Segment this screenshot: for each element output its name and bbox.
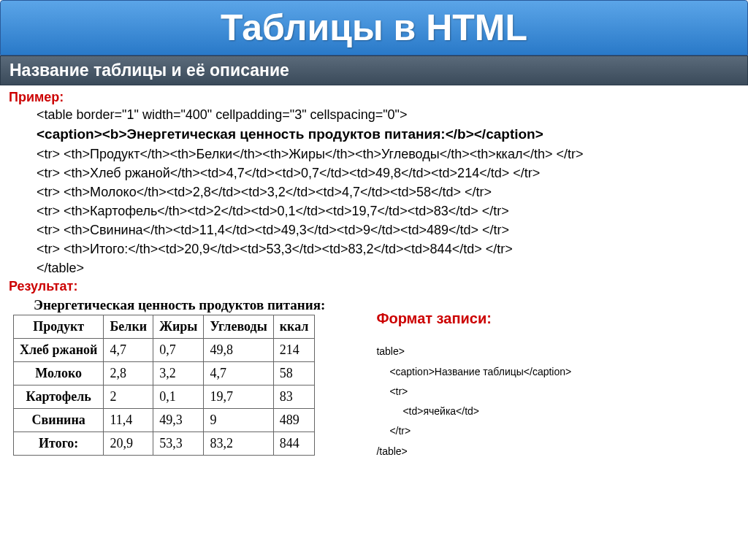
cell: 49,3 (153, 409, 204, 432)
col-header: ккал (273, 315, 315, 339)
cell: 58 (273, 362, 315, 386)
cell: 489 (273, 409, 315, 432)
code-line: <tr> <th>Картофель</th><td>2</td><td>0,1… (37, 202, 739, 220)
result-table: Продукт Белки Жиры Углеводы ккал Хлеб рж… (13, 315, 315, 456)
code-block: <table border="1" width="400" cellpaddin… (37, 105, 739, 277)
format-side: Формат записи: table> <caption>Название … (376, 297, 571, 461)
col-header: Продукт (14, 315, 104, 339)
cell: 19,7 (204, 386, 273, 409)
code-line: <tr> <th>Хлеб ржаной</th><td>4,7</td><td… (37, 164, 739, 183)
format-heading: Формат записи: (376, 310, 571, 327)
row-name: Итого: (14, 432, 104, 456)
cell: 2 (104, 386, 153, 409)
table-row: Свинина 11,4 49,3 9 489 (14, 409, 315, 432)
page-title: Таблицы в HTML (8, 7, 740, 49)
cell: 844 (273, 432, 315, 456)
table-header-row: Продукт Белки Жиры Углеводы ккал (14, 315, 315, 339)
format-line: </tr> (389, 421, 571, 441)
col-header: Углеводы (204, 315, 273, 339)
cell: 11,4 (104, 409, 153, 432)
row-name: Молоко (14, 362, 104, 386)
cell: 2,8 (104, 362, 153, 386)
cell: 214 (273, 339, 315, 362)
format-line: table> (376, 342, 571, 361)
row-name: Хлеб ржаной (14, 339, 104, 362)
cell: 4,7 (204, 362, 273, 386)
format-line: <caption>Название таблицы</caption> (389, 362, 571, 382)
cell: 4,7 (104, 339, 153, 362)
table-row: Молоко 2,8 3,2 4,7 58 (14, 362, 315, 386)
row-name: Свинина (14, 409, 104, 432)
cell: 3,2 (153, 362, 204, 386)
code-line: <caption><b>Энергетическая ценность прод… (37, 124, 739, 145)
format-line: /table> (376, 442, 571, 461)
format-line: <tr> (389, 382, 571, 402)
col-header: Жиры (153, 315, 204, 339)
code-line: <tr> <th>Продукт</th><th>Белки</th><th>Ж… (37, 145, 739, 164)
result-format-row: Энергетическая ценность продуктов питани… (9, 297, 739, 461)
cell: 0,1 (153, 386, 204, 409)
table-row: Хлеб ржаной 4,7 0,7 49,8 214 (14, 339, 315, 362)
cell: 0,7 (153, 339, 204, 362)
code-line: <tr> <th>Молоко</th><td>2,8</td><td>3,2<… (37, 183, 739, 202)
code-line: <table border="1" width="400" cellpaddin… (37, 105, 739, 124)
content: Пример: <table border="1" width="400" ce… (0, 85, 748, 466)
cell: 83,2 (204, 432, 273, 456)
table-caption: Энергетическая ценность продуктов питани… (34, 297, 325, 313)
row-name: Картофель (14, 386, 104, 409)
code-line: <tr> <th>Свинина</th><td>11,4</td><td>49… (37, 220, 739, 239)
cell: 9 (204, 409, 273, 432)
col-header: Белки (104, 315, 153, 339)
table-row: Картофель 2 0,1 19,7 83 (14, 386, 315, 409)
cell: 20,9 (104, 432, 153, 456)
format-code: table> <caption>Название таблицы</captio… (376, 342, 571, 461)
cell: 53,3 (153, 432, 204, 456)
title-bar: Таблицы в HTML (0, 0, 748, 55)
label-result: Результат: (9, 279, 739, 294)
code-line: </table> (37, 258, 739, 277)
subtitle-bar: Название таблицы и её описание (0, 55, 748, 85)
label-example: Пример: (9, 90, 739, 105)
cell: 49,8 (204, 339, 273, 362)
result-table-wrap: Энергетическая ценность продуктов питани… (13, 297, 325, 461)
format-line: <td>ячейка</td> (402, 402, 571, 421)
code-line: <tr> <th>Итого:</th><td>20,9</td><td>53,… (37, 239, 739, 258)
table-row: Итого: 20,9 53,3 83,2 844 (14, 432, 315, 456)
cell: 83 (273, 386, 315, 409)
